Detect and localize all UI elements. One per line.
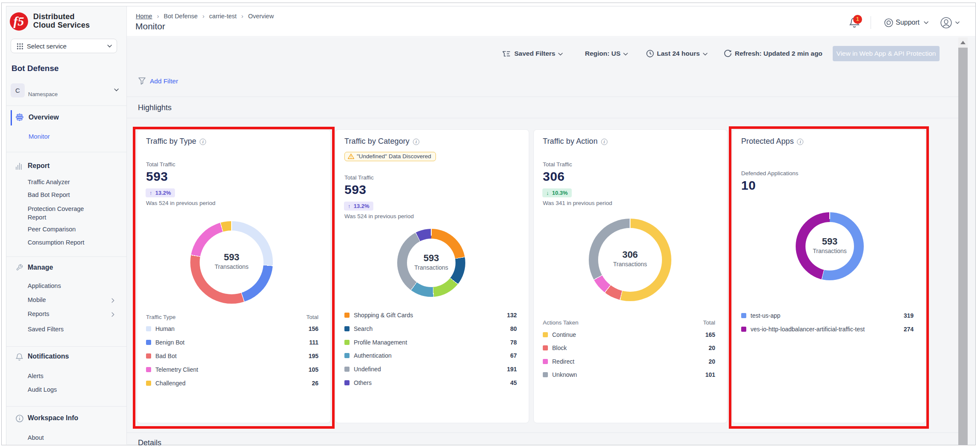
svg-text:f5: f5 [14,14,24,28]
